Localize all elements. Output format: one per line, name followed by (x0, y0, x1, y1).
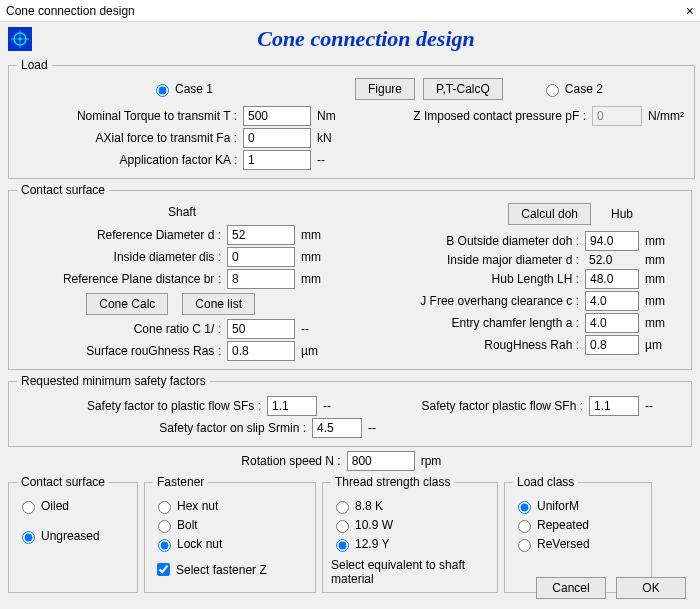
thread-strength-group: Thread strength class 8.8 K 10.9 W 12.9 … (322, 475, 498, 593)
app-factor-label: Application factor KA : (17, 153, 243, 167)
thread-note: Select equivalent to shaft material (331, 558, 489, 586)
clearance-label: J Free overhang clearance c : (420, 294, 585, 308)
ref-dia-input[interactable] (227, 225, 295, 245)
srmin-label: Safety factor on slip Srmin : (17, 421, 312, 435)
plane-dist-label: Reference Plane distance br : (17, 272, 227, 286)
inside-dia-input[interactable] (227, 247, 295, 267)
srmin-input[interactable] (312, 418, 362, 438)
nominal-torque-unit: Nm (311, 109, 355, 123)
nominal-torque-label: Nominal Torque to transmit T : (17, 109, 243, 123)
cone-ratio-label: Cone ratio C 1/ : (17, 322, 227, 336)
ref-dia-label: Reference Diameter d : (17, 228, 227, 242)
rah-label: RougHness Rah : (484, 338, 585, 352)
axial-force-input[interactable] (243, 128, 311, 148)
contact-surface-group: Contact surface Shaft Reference Diameter… (8, 183, 692, 370)
cone-list-button[interactable]: Cone list (182, 293, 255, 315)
load-legend: Load (17, 58, 52, 72)
load-group: Load Case 1 Figure P,T-CalcQ Case 2 Nomi… (8, 58, 695, 179)
calcul-doh-button[interactable]: Calcul doh (508, 203, 591, 225)
contact-surface-radio-group: Contact surface Oiled Ungreased (8, 475, 138, 593)
ok-button[interactable]: OK (616, 577, 686, 599)
repeated-radio[interactable]: Repeated (513, 517, 643, 533)
z-pressure-label: Z Imposed contact pressure pF : (372, 109, 592, 123)
safety-factors-group: Requested minimum safety factors Safety … (8, 374, 692, 447)
ras-label: Surface rouGhness Ras : (17, 344, 227, 358)
rotation-speed-input[interactable] (347, 451, 415, 471)
z-pressure-unit: N/mm² (642, 109, 686, 123)
select-fastener-z-checkbox[interactable]: Select fastener Z (153, 560, 307, 579)
load-class-group: Load class UniforM Repeated ReVersed (504, 475, 652, 593)
thread-88-radio[interactable]: 8.8 K (331, 498, 489, 514)
hexnut-radio[interactable]: Hex nut (153, 498, 307, 514)
sfs-input[interactable] (267, 396, 317, 416)
nominal-torque-input[interactable] (243, 106, 311, 126)
header: Cone connection design (0, 22, 700, 56)
inside-dia-label: Inside diameter dis : (17, 250, 227, 264)
figure-button[interactable]: Figure (355, 78, 415, 100)
contact-surface-legend: Contact surface (17, 183, 109, 197)
case1-radio-input[interactable] (156, 84, 169, 97)
window-title: Cone connection design (6, 4, 135, 18)
hub-length-label: Hub Length LH : (492, 272, 585, 286)
close-icon[interactable]: × (686, 3, 694, 19)
rotation-speed-label: Rotation speed N : (241, 454, 346, 468)
axial-force-unit: kN (311, 131, 355, 145)
thread-109-radio[interactable]: 10.9 W (331, 517, 489, 533)
hub-heading: Hub (611, 207, 633, 221)
fastener-group: Fastener Hex nut Bolt Lock nut Select fa… (144, 475, 316, 593)
z-pressure-input (592, 106, 642, 126)
title-bar: Cone connection design × (0, 0, 700, 22)
chamfer-label: Entry chamfer length a : (452, 316, 585, 330)
clearance-input[interactable] (585, 291, 639, 311)
case1-radio[interactable]: Case 1 (17, 81, 347, 97)
cancel-button[interactable]: Cancel (536, 577, 606, 599)
bolt-radio[interactable]: Bolt (153, 517, 307, 533)
inside-major-label: Inside major diameter d : (447, 253, 585, 267)
case2-radio-input[interactable] (546, 84, 559, 97)
target-icon (8, 27, 32, 51)
oiled-radio[interactable]: Oiled (17, 498, 129, 514)
sfs-label: Safety factor to plastic flow SFs : (17, 399, 267, 413)
b-outside-label: B Outside diameter doh : (446, 234, 585, 248)
app-factor-input[interactable] (243, 150, 311, 170)
page-title: Cone connection design (40, 26, 692, 52)
case2-radio[interactable]: Case 2 (541, 81, 603, 97)
cone-ratio-input[interactable] (227, 319, 295, 339)
rah-input[interactable] (585, 335, 639, 355)
thread-129-radio[interactable]: 12.9 Y (331, 536, 489, 552)
plane-dist-input[interactable] (227, 269, 295, 289)
locknut-radio[interactable]: Lock nut (153, 536, 307, 552)
sfh-label: Safety factor plastic flow SFh : (422, 399, 589, 413)
axial-force-label: AXial force to transmit Fa : (17, 131, 243, 145)
uniform-radio[interactable]: UniforM (513, 498, 643, 514)
b-outside-input[interactable] (585, 231, 639, 251)
ras-input[interactable] (227, 341, 295, 361)
chamfer-input[interactable] (585, 313, 639, 333)
cone-calc-button[interactable]: Cone Calc (86, 293, 168, 315)
rotation-speed-unit: rpm (415, 454, 459, 468)
inside-major-value: 52.0 (585, 253, 639, 267)
ptcalc-button[interactable]: P,T-CalcQ (423, 78, 503, 100)
hub-length-input[interactable] (585, 269, 639, 289)
safety-factors-legend: Requested minimum safety factors (17, 374, 210, 388)
reversed-radio[interactable]: ReVersed (513, 536, 643, 552)
app-factor-unit: -- (311, 153, 355, 167)
ungreased-radio[interactable]: Ungreased (17, 528, 129, 544)
shaft-heading: Shaft (17, 205, 347, 219)
sfh-input[interactable] (589, 396, 639, 416)
